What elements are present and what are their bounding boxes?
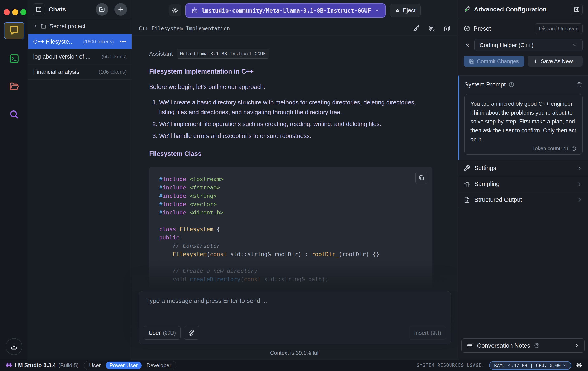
approach-list: We'll create a basic directory structure… — [149, 98, 432, 141]
chats-sidebar: Chats — [28, 0, 132, 360]
assistant-message-body: Filesystem Implementation in C++ Before … — [149, 68, 432, 290]
model-settings-button[interactable] — [169, 4, 181, 16]
resources-label: SYSTEM RESOURCES USAGE: — [417, 363, 484, 368]
chat-list-item[interactable]: log about version of ... (56 tokens) — [28, 49, 132, 64]
preset-section: Preset Discard Unsaved × Coding Helper (… — [458, 19, 588, 67]
message-heading: Filesystem Implementation in C++ — [149, 68, 432, 75]
wrench-icon — [463, 165, 470, 172]
folder-name: Secret project — [49, 23, 85, 30]
advanced-config-panel: Advanced Configuration Preset — [458, 0, 588, 360]
nav-developer-button[interactable] — [4, 50, 24, 67]
panel-left-icon — [35, 6, 42, 13]
section-label: Structured Output — [474, 196, 522, 203]
message-paragraph: Before we begin, let's outline our appro… — [149, 83, 432, 91]
user-mode-segmented-control: User Power User Developer — [84, 361, 176, 370]
lmstudio-logo-icon — [6, 363, 12, 368]
section-label: Settings — [474, 165, 496, 172]
section-settings[interactable]: Settings — [458, 160, 588, 176]
duplicate-chat-icon[interactable] — [443, 25, 451, 32]
loaded-model-selector[interactable]: lmstudio-community/Meta-Llama-3.1-8B-Ins… — [185, 3, 386, 18]
eject-icon — [395, 8, 400, 13]
chat-title: Financial analysis — [33, 69, 79, 75]
help-circle-icon[interactable] — [509, 82, 514, 88]
nav-my-models-button[interactable] — [4, 78, 24, 95]
left-icon-rail — [0, 0, 28, 360]
paperclip-icon — [189, 330, 195, 336]
discard-unsaved-button[interactable]: Discard Unsaved — [535, 23, 583, 34]
chat-list-item-selected[interactable]: C++ Filesyste... (1600 tokens) ••• — [28, 34, 132, 49]
resources-pill[interactable]: RAM: 4.47 GB | CPU: 0.00 % — [489, 361, 571, 370]
chevron-right-icon — [577, 197, 583, 203]
settings-gear-icon[interactable] — [576, 362, 582, 369]
eject-model-button[interactable]: Eject — [390, 4, 420, 17]
role-toggle-button[interactable]: User (⌘U) — [144, 326, 180, 340]
collapse-panel-button[interactable] — [571, 4, 583, 15]
mode-user[interactable]: User — [85, 362, 105, 369]
chat-token-count: (106 tokens) — [99, 69, 126, 75]
assistant-message-header: Assistant Meta-Llama-3.1-8B-Instruct-GGU… — [149, 49, 432, 59]
eject-label: Eject — [403, 7, 415, 14]
new-folder-button[interactable] — [96, 3, 108, 16]
message-subheading: Filesystem Class — [149, 150, 432, 158]
terminal-icon — [9, 53, 20, 64]
role-shortcut: (⌘U) — [163, 330, 176, 336]
commit-changes-label: Commit Changes — [477, 58, 519, 65]
copy-code-button[interactable] — [415, 172, 427, 184]
preset-value: Coding Helper (C++) — [480, 42, 569, 49]
token-count: Token count: 41 — [532, 145, 569, 152]
collapse-sidebar-button[interactable] — [33, 3, 45, 15]
chat-title: log about version of ... — [33, 53, 91, 60]
delete-prompt-icon[interactable] — [576, 82, 583, 88]
save-as-new-button[interactable]: Save As New... — [527, 56, 583, 67]
mode-power-user[interactable]: Power User — [106, 362, 142, 369]
clear-preset-button[interactable]: × — [463, 41, 471, 49]
preset-dropdown[interactable]: Coding Helper (C++) — [474, 39, 583, 51]
downloads-button[interactable] — [6, 338, 22, 355]
app-window: Chats — [0, 0, 588, 360]
composer-box: User (⌘U) Insert (⌘I) — [139, 291, 451, 344]
package-icon — [463, 25, 470, 32]
discard-unsaved-label: Discard Unsaved — [539, 26, 579, 32]
close-window-button[interactable] — [4, 9, 10, 15]
app-name: LM Studio 0.3.4 — [15, 362, 56, 369]
plus-icon — [117, 6, 124, 13]
cpu-usage: CPU: 0.00 % — [536, 363, 566, 368]
sidebar-header: Chats — [28, 0, 132, 19]
nav-discover-button[interactable] — [4, 106, 24, 123]
approach-item: We'll handle errors and exceptions to en… — [159, 131, 432, 141]
attach-file-button[interactable] — [184, 326, 199, 340]
code-content: #include <iostream>#include <fstream>#in… — [159, 175, 424, 283]
clear-conversation-icon[interactable] — [428, 25, 435, 32]
section-structured-output[interactable]: Structured Output — [458, 192, 588, 208]
chat-title: C++ Filesyste... — [33, 38, 74, 45]
conversation-notes-button[interactable]: Conversation Notes — [462, 339, 585, 353]
insert-message-button[interactable]: Insert (⌘I) — [409, 326, 446, 340]
minimize-window-button[interactable] — [12, 9, 18, 15]
section-label: Sampling — [474, 181, 500, 187]
commit-changes-button[interactable]: Commit Changes — [463, 56, 524, 67]
traffic-lights — [4, 9, 26, 15]
save-as-new-label: Save As New... — [540, 58, 577, 65]
new-chat-button[interactable] — [115, 3, 127, 16]
model-topbar: lmstudio-community/Meta-Llama-3.1-8B-Ins… — [132, 0, 458, 21]
system-prompt-editor[interactable]: You are an incredibly good C++ engineer.… — [464, 94, 583, 155]
save-icon — [469, 59, 474, 64]
message-input[interactable] — [139, 291, 451, 326]
assistant-label: Assistant — [149, 51, 173, 57]
ram-usage: RAM: 4.47 GB — [494, 363, 527, 368]
chat-list-item[interactable]: Financial analysis (106 tokens) — [28, 64, 132, 80]
folder-row-secret-project[interactable]: Secret project — [28, 19, 132, 34]
zoom-window-button[interactable] — [21, 9, 26, 15]
plus-icon — [533, 59, 538, 64]
system-prompt-text: You are an incredibly good C++ engineer.… — [470, 99, 577, 144]
section-sampling[interactable]: Sampling — [458, 176, 588, 192]
chevron-down-icon — [572, 42, 577, 48]
brush-icon[interactable] — [412, 25, 420, 32]
help-circle-icon[interactable] — [571, 146, 577, 151]
folder-icon — [41, 23, 46, 29]
nav-chat-button[interactable] — [4, 22, 24, 39]
chat-options-button[interactable]: ••• — [120, 38, 126, 45]
mode-developer[interactable]: Developer — [143, 362, 175, 369]
message-scroll-area[interactable]: Assistant Meta-Llama-3.1-8B-Instruct-GGU… — [132, 36, 458, 291]
insert-shortcut: (⌘I) — [430, 330, 441, 336]
